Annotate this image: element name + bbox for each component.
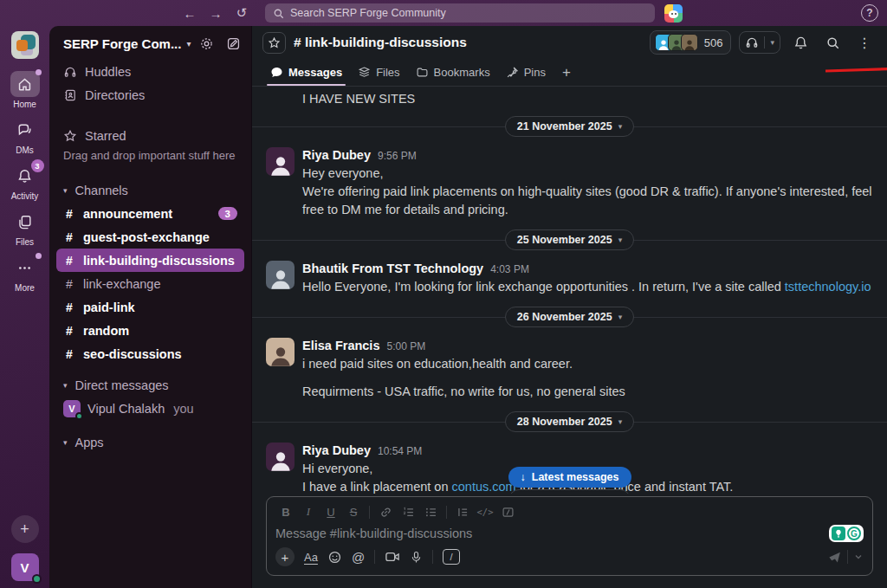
notifications-bell-icon[interactable]: [788, 30, 813, 55]
mention-icon[interactable]: @: [352, 550, 365, 565]
link-icon[interactable]: [375, 502, 396, 521]
add-tab-button[interactable]: +: [554, 64, 579, 81]
message-input[interactable]: Message #link-building-discussions G: [275, 522, 864, 545]
code-icon[interactable]: </>: [475, 502, 495, 521]
dm-name: Vipul Chalakh: [87, 402, 165, 416]
settings-gear-icon[interactable]: [199, 36, 214, 51]
rail-item-home[interactable]: Home: [10, 71, 40, 109]
blockquote-icon[interactable]: [452, 502, 473, 521]
status-online-icon: [32, 574, 42, 584]
sidebar-section-apps[interactable]: ▾ Apps: [49, 431, 251, 454]
channel-paid-link[interactable]: #paid-link: [56, 295, 244, 319]
search-input[interactable]: Search SERP Forge Community: [265, 3, 655, 23]
more-options-kebab-icon[interactable]: ⋮: [852, 30, 877, 55]
message-link[interactable]: tsttechnology.io: [785, 280, 871, 294]
tab-messages[interactable]: Messages: [262, 59, 350, 86]
user-avatar[interactable]: V: [11, 553, 39, 581]
chevron-down-icon: ▾: [618, 122, 623, 131]
emoji-icon[interactable]: [327, 550, 342, 565]
date-divider-pill[interactable]: 26 November 2025▾: [505, 307, 634, 327]
chevron-down-icon[interactable]: ▾: [186, 39, 191, 48]
strikethrough-icon[interactable]: S: [343, 502, 364, 521]
message-timestamp[interactable]: 4:03 PM: [490, 262, 529, 278]
plus-icon[interactable]: +: [275, 547, 295, 566]
format-icon[interactable]: Aa: [304, 551, 318, 564]
dm-item-vipul-chalakh[interactable]: V Vipul Chalakh you: [49, 397, 251, 421]
underline-icon[interactable]: U: [320, 502, 341, 521]
sidebar-item-directories[interactable]: Directories: [49, 83, 251, 107]
channel-members-button[interactable]: 506: [650, 30, 732, 55]
channel-random[interactable]: #random: [56, 319, 244, 342]
date-divider-pill[interactable]: 28 November 2025▾: [505, 411, 634, 432]
sidebar-item-huddles[interactable]: Huddles: [49, 60, 251, 83]
send-icon[interactable]: [827, 550, 842, 565]
window-body: HomeDMs3ActivityFilesMore + V SERP Forge…: [0, 26, 887, 588]
message: Elisa Francis5:00 PMi need paid sites on…: [252, 333, 887, 404]
date-divider-pill[interactable]: 21 November 2025▾: [505, 116, 634, 137]
send-options-chevron-icon[interactable]: [853, 552, 864, 562]
workspace-name[interactable]: SERP Forge Com...: [63, 36, 181, 51]
history-forward-button[interactable]: →: [204, 3, 227, 23]
rail-item-more[interactable]: More: [10, 255, 40, 293]
workspace-header: SERP Forge Com... ▾: [49, 33, 251, 60]
sidebar-section-dms[interactable]: ▾ Direct messages: [49, 374, 251, 397]
channel-title[interactable]: # link-building-discussions: [294, 35, 467, 50]
bold-icon[interactable]: B: [275, 502, 296, 521]
channel-name: random: [83, 324, 129, 338]
rail-item-label: Files: [16, 237, 34, 247]
avatar[interactable]: [266, 261, 295, 289]
message-author[interactable]: Bhautik From TST Technology: [302, 261, 483, 277]
avatar[interactable]: [266, 147, 295, 176]
star-channel-button[interactable]: [262, 32, 286, 54]
channel-link-exchange[interactable]: #link-exchange: [56, 272, 244, 295]
history-icon[interactable]: ↺: [230, 3, 253, 23]
tab-files[interactable]: Files: [350, 59, 407, 86]
compose-icon[interactable]: [226, 36, 241, 51]
video-icon[interactable]: [385, 550, 400, 564]
channel-announcement[interactable]: #announcement3: [56, 202, 244, 225]
workspace-icon[interactable]: [11, 31, 39, 59]
tab-bookmarks[interactable]: Bookmarks: [408, 59, 498, 86]
code-block-icon[interactable]: [497, 502, 518, 521]
chevron-down-icon[interactable]: ▾: [770, 38, 774, 47]
date-label: 21 November 2025: [517, 120, 612, 132]
rail-item-dms[interactable]: DMs: [10, 117, 40, 155]
channel-link-building-discussions[interactable]: #link-building-discussions: [56, 249, 244, 272]
message-composer[interactable]: BIUS</> Message #link-building-discussio…: [266, 496, 873, 576]
message-author[interactable]: Elisa Francis: [302, 338, 379, 354]
history-back-button[interactable]: ←: [178, 3, 201, 23]
rail-item-files[interactable]: Files: [10, 209, 40, 247]
search-icon[interactable]: [820, 30, 845, 55]
latest-messages-button[interactable]: ↓ Latest messages: [508, 467, 631, 488]
shortcuts-icon[interactable]: /: [443, 549, 460, 565]
huddle-button[interactable]: ▾: [739, 31, 780, 54]
rail-item-activity[interactable]: 3Activity: [10, 163, 40, 201]
message-timestamp[interactable]: 5:00 PM: [386, 339, 425, 355]
message-author[interactable]: Riya Dubey: [302, 147, 371, 164]
message-author[interactable]: Riya Dubey: [302, 443, 371, 459]
help-icon[interactable]: ?: [861, 4, 878, 22]
channel-guest-post-exchange[interactable]: #guest-post-exchange: [56, 225, 244, 249]
tab-pins[interactable]: Pins: [498, 59, 554, 86]
italic-icon[interactable]: I: [298, 502, 319, 521]
grammarly-widget[interactable]: G: [829, 525, 864, 542]
message-timestamp[interactable]: 10:54 PM: [378, 443, 422, 460]
add-workspace-button[interactable]: +: [11, 515, 39, 543]
sidebar-section-starred[interactable]: Starred: [49, 124, 251, 147]
toolbar-divider: [446, 506, 447, 519]
left-rail: HomeDMs3ActivityFilesMore + V: [0, 26, 49, 588]
message-timestamp[interactable]: 9:56 PM: [378, 148, 417, 165]
bulleted-list-icon[interactable]: [420, 502, 441, 521]
avatar[interactable]: [266, 443, 295, 471]
avatar[interactable]: [266, 338, 295, 366]
sidebar-section-channels[interactable]: ▾ Channels: [49, 179, 251, 202]
ordered-list-icon[interactable]: [398, 502, 418, 521]
dms-label: Direct messages: [75, 378, 169, 392]
hash-icon: #: [63, 254, 75, 268]
channel-seo-discussions[interactable]: #seo-discussions: [56, 342, 244, 365]
user-initial: V: [20, 560, 29, 575]
mic-icon[interactable]: [410, 550, 423, 565]
app-mascot-icon[interactable]: [664, 4, 683, 23]
message-link[interactable]: contus.com: [452, 480, 516, 494]
date-divider-pill[interactable]: 25 November 2025▾: [505, 229, 634, 250]
